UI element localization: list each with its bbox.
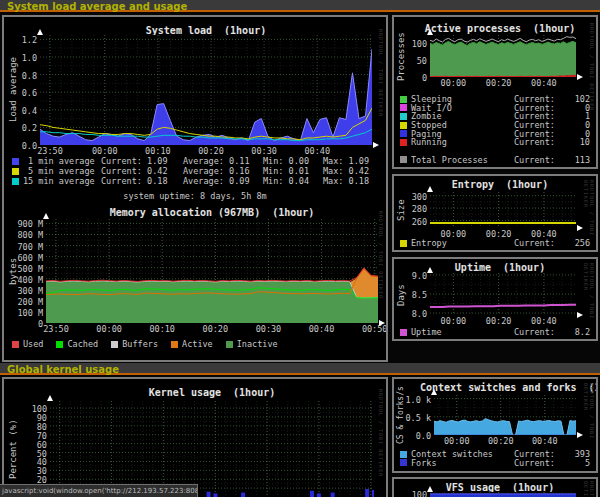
entropy-legend: EntropyCurrent:256 [400, 239, 590, 248]
plot-canvas [430, 35, 576, 77]
legend-value: 256 [560, 238, 590, 248]
y-tick-label: 800 M [17, 230, 43, 240]
y-tick-label: 8.0 [412, 309, 427, 319]
x-tick-label: 00:00 [441, 316, 467, 326]
legend-swatch [400, 240, 407, 247]
memory-allocation-graph[interactable]: Memory allocation (967MB) (1hour) bytes … [4, 17, 386, 360]
plot-canvas [434, 395, 576, 435]
legend-value: 10 [560, 137, 590, 147]
legend-label: Forks [411, 458, 514, 468]
y-tick-label: 0.0 [416, 431, 431, 441]
x-tick-label: 00:40 [532, 436, 558, 446]
x-tick-label: 00:10 [149, 324, 175, 334]
y-tick-label: 8.5 [412, 290, 427, 300]
axis-arrow-up-icon [427, 267, 433, 273]
x-tick-labels: 00:0000:2000:40 [430, 78, 576, 89]
graph-title: Uptime (1hour) [424, 262, 576, 273]
graph-title: Active processes (1hour) [424, 23, 576, 34]
y-tick-label: 600 M [17, 253, 43, 263]
graph-title: Memory allocation (967MB) (1hour) [46, 207, 378, 218]
plot-canvas [430, 273, 576, 315]
graph-title: Context switches and forks (1hour) [420, 382, 584, 393]
monitorix-dashboard: System load average and usage System loa… [0, 0, 600, 497]
kernel-usage-graph[interactable]: Kernel usage (1hour) Percent (%) 1020304… [4, 379, 386, 497]
section-header-system-load: System load average and usage [0, 0, 600, 12]
frame-entropy: Entropy (1hour) Size 260280300 00:0000:2… [392, 174, 598, 252]
legend-label: Used [23, 339, 43, 349]
legend-swatch [56, 341, 63, 348]
graph-title: Kernel usage (1hour) [50, 387, 374, 398]
y-tick-label: 80 [37, 422, 47, 432]
section-header-global-kernel: Global kernel usage [0, 363, 600, 375]
y-tick-label: 30 [37, 466, 47, 476]
y-tick-label: 280 [412, 204, 427, 214]
frame-context-switches: Context switches and forks (1hour) CS & … [392, 377, 598, 473]
axis-arrow-up-icon [431, 389, 437, 395]
x-tick-label: 00:40 [309, 324, 335, 334]
y-tick-label: 1.0 k [405, 395, 431, 405]
y-axis-label: Size [396, 199, 406, 221]
browser-status-bar: javascript:void(window.open('http://212.… [0, 484, 198, 497]
y-tick-label: 0 [422, 73, 427, 83]
y-tick-label: 260 [412, 217, 427, 227]
x-tick-label: 00:20 [203, 324, 229, 334]
y-tick-label: 90 [37, 413, 47, 423]
x-tick-labels: 00:0000:2000:40 [434, 436, 576, 447]
y-tick-label: 300 M [17, 286, 43, 296]
legend-value: 8.2 [560, 327, 590, 337]
y-tick-label: 50 [417, 56, 427, 66]
rrdtool-watermark: RRDTOOL / TOBI OETIKER [378, 389, 384, 477]
uptime-graph[interactable]: Uptime (1hour) Days 8.08.59.0 00:0000:20… [394, 259, 596, 339]
frame-active-processes: Active processes (1hour) Processes 05010… [392, 15, 598, 169]
y-tick-label: 900 M [17, 219, 43, 229]
axis-arrow-up-icon [427, 186, 433, 192]
legend-label: Running [411, 137, 514, 147]
legend-swatch [400, 139, 407, 146]
x-tick-label: 00:40 [531, 316, 557, 326]
legend-label: Entropy [411, 238, 514, 248]
y-tick-label: 100 [412, 490, 427, 497]
legend-swatch [400, 459, 407, 466]
y-axis-label: Processes [396, 32, 406, 81]
y-tick-label: 9.0 [412, 271, 427, 281]
y-axis-label: Days [396, 284, 406, 306]
y-tick-label: 100 [412, 39, 427, 49]
axis-arrow-up-icon [427, 29, 433, 35]
x-tick-label: 00:00 [441, 78, 467, 88]
processes-legend: SleepingCurrent:102 Wait I/OCurrent:0 Zo… [400, 95, 590, 164]
y-tick-label: 200 M [17, 297, 43, 307]
graph-title: Entropy (1hour) [424, 179, 576, 190]
x-tick-label: 00:20 [486, 316, 512, 326]
legend-value: 5 [560, 458, 590, 468]
x-tick-label: 00:30 [256, 324, 282, 334]
legend-swatch [400, 104, 407, 111]
legend-swatch [171, 341, 178, 348]
y-tick-label: 300 [412, 192, 427, 202]
x-tick-labels: 00:0000:2000:40 [430, 316, 576, 327]
memory-legend: Used Cached Buffers Active Inactive [12, 339, 278, 349]
frame-system-load-memory: System load (1hour) Load average 0.00.20… [2, 15, 388, 362]
axis-arrow-up-icon [47, 395, 53, 401]
x-tick-label: 00:20 [486, 78, 512, 88]
section-title: System load average and usage [7, 1, 187, 12]
active-processes-graph[interactable]: Active processes (1hour) Processes 05010… [394, 17, 596, 167]
plot-canvas [46, 219, 378, 323]
legend-swatch [400, 96, 407, 103]
plot-canvas [430, 492, 576, 497]
axis-arrow-up-icon [427, 486, 433, 492]
plot-canvas [430, 192, 576, 228]
x-tick-labels: 23:5000:0000:1000:2000:3000:4000:50 [46, 324, 378, 335]
y-tick-label: 70 [37, 431, 47, 441]
context-switches-graph[interactable]: Context switches and forks (1hour) CS & … [394, 379, 596, 471]
y-tick-label: 60 [37, 440, 47, 450]
legend-label: Buffers [122, 339, 158, 349]
vfs-usage-graph[interactable]: VFS usage (1hour) 100 RRDTOOL / TOBI OET… [394, 479, 596, 497]
x-tick-label: 00:00 [96, 324, 122, 334]
entropy-graph[interactable]: Entropy (1hour) Size 260280300 00:0000:2… [394, 176, 596, 250]
x-tick-label: 00:00 [444, 436, 470, 446]
y-tick-label: 700 M [17, 242, 43, 252]
y-tick-label: 50 [37, 449, 47, 459]
axis-arrow-right-icon [577, 74, 583, 80]
legend-swatch [400, 156, 407, 163]
legend-swatch [400, 113, 407, 120]
